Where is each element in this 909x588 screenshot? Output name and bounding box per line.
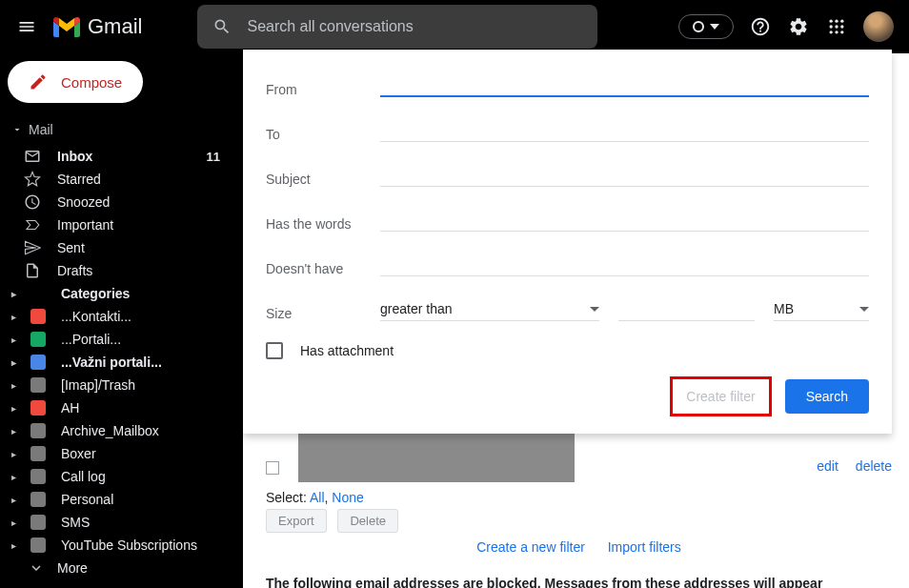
search-button[interactable]: Search — [785, 379, 869, 414]
size-unit-select[interactable]: MB — [774, 297, 869, 321]
nav-icon — [23, 215, 42, 234]
search-input[interactable] — [247, 18, 582, 35]
svg-point-3 — [830, 25, 833, 28]
svg-point-5 — [840, 25, 843, 28]
from-input[interactable] — [380, 72, 869, 97]
sidebar-label[interactable]: ▸...Važni portali... — [0, 351, 243, 374]
sidebar-nav-inbox[interactable]: Inbox11 — [0, 145, 243, 168]
label-color-icon — [30, 446, 46, 461]
menu-icon[interactable] — [15, 15, 38, 38]
apps-icon[interactable] — [825, 15, 848, 38]
nav-icon — [23, 261, 42, 280]
label-color-icon — [30, 377, 46, 393]
sidebar-label[interactable]: ▸SMS — [0, 511, 243, 534]
status-circle-icon — [693, 21, 704, 32]
delete-link[interactable]: delete — [856, 458, 892, 474]
create-filter-button[interactable]: Create filter — [670, 376, 771, 416]
blocked-addresses-text: The following email addresses are blocke… — [266, 576, 892, 588]
import-filters-link[interactable]: Import filters — [608, 539, 681, 555]
doesnt-have-label: Doesn't have — [266, 261, 380, 276]
compose-label: Compose — [61, 74, 122, 91]
expand-icon: ▸ — [11, 449, 21, 459]
export-button[interactable]: Export — [266, 509, 327, 533]
label-color-icon — [30, 400, 46, 416]
label-color-icon — [30, 423, 46, 438]
chevron-down-icon — [710, 24, 719, 30]
sidebar-label[interactable]: ▸...Kontakti... — [0, 305, 243, 328]
svg-point-8 — [840, 30, 843, 33]
doesnt-have-input[interactable] — [380, 253, 869, 276]
search-bar[interactable] — [197, 5, 597, 49]
sidebar-more[interactable]: More — [0, 557, 243, 579]
help-icon[interactable] — [749, 15, 772, 38]
sidebar-label[interactable]: ▸Personal — [0, 488, 243, 511]
has-words-label: Has the words — [266, 216, 380, 232]
select-all-link[interactable]: All — [310, 490, 325, 505]
expand-icon: ▸ — [11, 380, 21, 391]
expand-icon: ▸ — [11, 335, 21, 345]
sidebar-label[interactable]: ▸YouTube Subscriptions — [0, 534, 243, 557]
nav-icon — [23, 193, 42, 212]
sidebar-nav-starred[interactable]: Starred — [0, 168, 243, 191]
select-row: Select: All, None — [266, 490, 892, 505]
expand-icon: ▸ — [11, 312, 21, 322]
svg-point-0 — [830, 20, 833, 23]
subject-label: Subject — [266, 172, 380, 187]
chevron-down-icon — [859, 307, 869, 312]
sidebar-label[interactable]: ▸Call log — [0, 465, 243, 488]
nav-icon — [23, 170, 42, 189]
gmail-logo[interactable]: Gmail — [53, 14, 142, 39]
app-name: Gmail — [88, 14, 142, 39]
sidebar-nav-snoozed[interactable]: Snoozed — [0, 191, 243, 213]
avatar[interactable] — [863, 11, 894, 42]
select-none-link[interactable]: None — [332, 490, 363, 505]
sidebar-label[interactable]: ▸[Imap]/Trash — [0, 374, 243, 396]
size-value-input[interactable] — [618, 297, 755, 321]
create-new-filter-link[interactable]: Create a new filter — [476, 539, 585, 555]
to-label: To — [266, 127, 380, 142]
sidebar-nav-important[interactable]: Important — [0, 213, 243, 236]
has-words-input[interactable] — [380, 208, 869, 232]
expand-icon: ▸ — [11, 426, 21, 436]
size-operator-select[interactable]: greater than — [380, 297, 599, 321]
has-attachment-checkbox[interactable] — [266, 342, 283, 359]
from-label: From — [266, 82, 380, 97]
sidebar-label[interactable]: ▸Boxer — [0, 442, 243, 465]
filter-checkbox[interactable] — [266, 461, 279, 475]
to-input[interactable] — [380, 118, 869, 142]
sidebar-nav-categories[interactable]: ▸Categories — [0, 282, 243, 305]
has-attachment-label: Has attachment — [300, 343, 394, 358]
label-color-icon — [30, 309, 46, 324]
nav-icon — [27, 284, 46, 303]
mail-section-header[interactable]: Mail — [0, 118, 243, 145]
size-label: Size — [266, 306, 380, 321]
sidebar: Compose Mail Inbox11StarredSnoozedImport… — [0, 53, 243, 588]
expand-icon: ▸ — [11, 357, 21, 368]
sidebar-nav-sent[interactable]: Sent — [0, 236, 243, 259]
delete-button[interactable]: Delete — [337, 509, 398, 533]
edit-link[interactable]: edit — [817, 458, 838, 474]
main-content: From To Subject Has the words Doesn't ha… — [243, 53, 909, 588]
chevron-down-icon — [590, 307, 599, 312]
label-color-icon — [30, 332, 46, 347]
subject-input[interactable] — [380, 163, 869, 187]
svg-point-1 — [835, 20, 838, 23]
search-icon — [212, 17, 232, 36]
expand-icon: ▸ — [11, 472, 21, 482]
sidebar-label[interactable]: ▸AH — [0, 396, 243, 419]
status-chip[interactable] — [678, 14, 734, 39]
sidebar-nav-drafts[interactable]: Drafts — [0, 259, 243, 282]
nav-icon — [23, 147, 42, 166]
svg-point-7 — [835, 30, 838, 33]
expand-icon: ▸ — [11, 403, 21, 414]
label-color-icon — [30, 492, 46, 507]
svg-point-2 — [840, 20, 843, 23]
settings-icon[interactable] — [787, 15, 810, 38]
sidebar-label[interactable]: ▸Archive_Mailbox — [0, 419, 243, 442]
search-options-panel: From To Subject Has the words Doesn't ha… — [243, 50, 892, 434]
svg-point-6 — [830, 30, 833, 33]
label-color-icon — [30, 355, 46, 370]
sidebar-label[interactable]: ▸...Portali... — [0, 328, 243, 351]
expand-icon: ▸ — [11, 540, 21, 551]
compose-button[interactable]: Compose — [8, 61, 143, 103]
